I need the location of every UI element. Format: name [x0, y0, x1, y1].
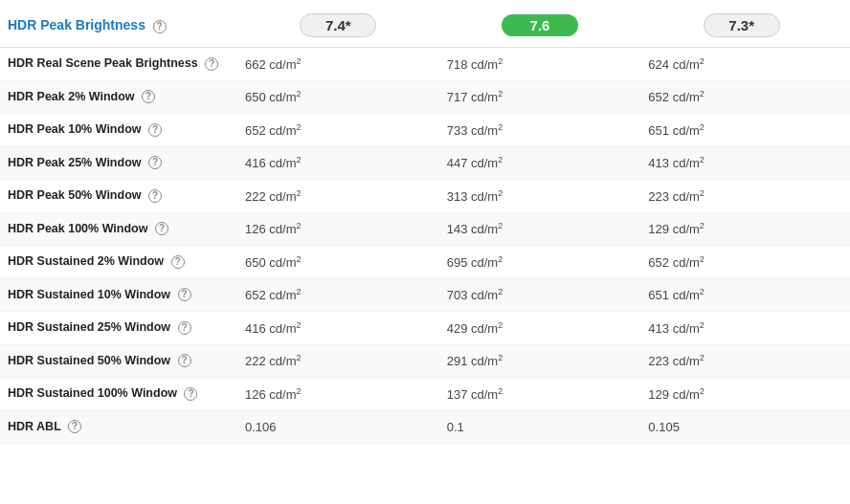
cell-8-0: 416 cd/m2 [237, 320, 439, 336]
data-row-4: HDR Peak 50% Window ?222 cd/m2313 cd/m22… [0, 180, 850, 213]
row-help-icon-4[interactable]: ? [148, 189, 162, 203]
row-label-0: HDR Real Scene Peak Brightness ? [8, 55, 237, 73]
row-help-icon-8[interactable]: ? [178, 321, 191, 335]
score-cells: 7.4*7.67.3* [237, 13, 842, 37]
row-help-icon-7[interactable]: ? [178, 288, 191, 301]
row-help-icon-6[interactable]: ? [171, 255, 185, 269]
cell-4-1: 313 cd/m2 [439, 188, 641, 204]
row-label-text-11: HDR ABL [8, 420, 61, 433]
data-row-5: HDR Peak 100% Window ?126 cd/m2143 cd/m2… [0, 213, 850, 247]
data-row-3: HDR Peak 25% Window ?416 cd/m2447 cd/m24… [0, 147, 850, 181]
row-help-icon-3[interactable]: ? [148, 156, 162, 169]
row-label-text-3: HDR Peak 25% Window [8, 156, 142, 169]
cell-8-2: 413 cd/m2 [640, 320, 842, 336]
row-label-9: HDR Sustained 50% Window ? [8, 353, 237, 370]
row-label-text-4: HDR Peak 50% Window [8, 188, 142, 202]
row-values-6: 650 cd/m2695 cd/m2652 cd/m2 [237, 254, 842, 270]
cell-11-0: 0.106 [237, 420, 439, 434]
cell-0-2: 624 cd/m2 [640, 56, 842, 72]
row-values-1: 650 cd/m2717 cd/m2652 cd/m2 [237, 89, 842, 104]
cell-6-0: 650 cd/m2 [237, 254, 439, 270]
row-label-text-2: HDR Peak 10% Window [8, 122, 142, 136]
row-label-text-1: HDR Peak 2% Window [8, 90, 135, 103]
data-row-6: HDR Sustained 2% Window ?650 cd/m2695 cd… [0, 246, 850, 279]
row-values-4: 222 cd/m2313 cd/m2223 cd/m2 [237, 188, 842, 204]
cell-3-2: 413 cd/m2 [640, 155, 842, 170]
data-row-11: HDR ABL ?0.1060.10.105 [0, 411, 850, 445]
data-row-8: HDR Sustained 25% Window ?416 cd/m2429 c… [0, 312, 850, 345]
cell-4-2: 223 cd/m2 [640, 188, 842, 204]
score-pill-1: 7.6 [502, 14, 578, 36]
cell-11-2: 0.105 [640, 420, 842, 434]
data-row-7: HDR Sustained 10% Window ?652 cd/m2703 c… [0, 279, 850, 313]
row-label-6: HDR Sustained 2% Window ? [8, 253, 237, 271]
row-label-11: HDR ABL ? [8, 419, 237, 436]
row-values-11: 0.1060.10.105 [237, 420, 842, 434]
row-values-7: 652 cd/m2703 cd/m2651 cd/m2 [237, 287, 842, 302]
header-row: HDR Peak Brightness ? 7.4*7.67.3* [0, 8, 850, 48]
cell-5-1: 143 cd/m2 [439, 221, 641, 236]
data-row-0: HDR Real Scene Peak Brightness ?662 cd/m… [0, 48, 850, 81]
cell-9-2: 223 cd/m2 [640, 353, 842, 368]
row-label-10: HDR Sustained 100% Window ? [8, 385, 237, 403]
data-row-2: HDR Peak 10% Window ?652 cd/m2733 cd/m26… [0, 114, 850, 147]
data-row-10: HDR Sustained 100% Window ?126 cd/m2137 … [0, 378, 850, 411]
cell-9-1: 291 cd/m2 [439, 353, 641, 368]
row-label-5: HDR Peak 100% Window ? [8, 221, 237, 238]
row-label-text-6: HDR Sustained 2% Window [8, 254, 164, 268]
cell-1-2: 652 cd/m2 [640, 89, 842, 104]
cell-11-1: 0.1 [439, 420, 641, 434]
score-cell-2: 7.3* [640, 13, 842, 37]
row-values-2: 652 cd/m2733 cd/m2651 cd/m2 [237, 122, 842, 138]
cell-4-0: 222 cd/m2 [237, 188, 439, 204]
row-label-2: HDR Peak 10% Window ? [8, 121, 237, 139]
row-help-icon-2[interactable]: ? [148, 123, 162, 137]
row-values-8: 416 cd/m2429 cd/m2413 cd/m2 [237, 320, 842, 336]
row-label-4: HDR Peak 50% Window ? [8, 187, 237, 205]
cell-10-1: 137 cd/m2 [439, 386, 641, 402]
cell-6-2: 652 cd/m2 [640, 254, 842, 270]
cell-5-2: 129 cd/m2 [640, 221, 842, 236]
score-pill-2: 7.3* [704, 13, 780, 37]
score-pill-0: 7.4* [300, 13, 376, 37]
cell-1-0: 650 cd/m2 [237, 89, 439, 104]
row-help-icon-5[interactable]: ? [155, 222, 168, 235]
cell-2-2: 651 cd/m2 [640, 122, 842, 138]
row-label-text-7: HDR Sustained 10% Window [8, 288, 170, 301]
title-help-icon[interactable]: ? [153, 20, 167, 33]
row-help-icon-0[interactable]: ? [205, 57, 218, 71]
table-title: HDR Peak Brightness [8, 17, 145, 33]
score-cell-0: 7.4* [237, 13, 439, 37]
row-help-icon-10[interactable]: ? [184, 387, 197, 401]
cell-10-0: 126 cd/m2 [237, 386, 439, 402]
data-row-9: HDR Sustained 50% Window ?222 cd/m2291 c… [0, 345, 850, 379]
cell-2-1: 733 cd/m2 [439, 122, 641, 138]
header-label: HDR Peak Brightness ? [8, 17, 237, 33]
cell-7-1: 703 cd/m2 [439, 287, 641, 302]
data-rows-container: HDR Real Scene Peak Brightness ?662 cd/m… [0, 48, 850, 444]
row-label-text-5: HDR Peak 100% Window [8, 222, 147, 235]
cell-1-1: 717 cd/m2 [439, 89, 641, 104]
row-values-10: 126 cd/m2137 cd/m2129 cd/m2 [237, 386, 842, 402]
row-values-3: 416 cd/m2447 cd/m2413 cd/m2 [237, 155, 842, 170]
cell-7-0: 652 cd/m2 [237, 287, 439, 302]
score-cell-1: 7.6 [439, 13, 641, 37]
row-label-text-0: HDR Real Scene Peak Brightness [8, 56, 198, 70]
row-help-icon-1[interactable]: ? [142, 90, 155, 103]
row-label-text-10: HDR Sustained 100% Window [8, 386, 177, 400]
row-label-1: HDR Peak 2% Window ? [8, 89, 237, 106]
row-values-9: 222 cd/m2291 cd/m2223 cd/m2 [237, 353, 842, 368]
hdr-brightness-table: HDR Peak Brightness ? 7.4*7.67.3* HDR Re… [0, 0, 850, 451]
cell-0-0: 662 cd/m2 [237, 56, 439, 72]
row-help-icon-9[interactable]: ? [178, 354, 191, 367]
cell-7-2: 651 cd/m2 [640, 287, 842, 302]
data-row-1: HDR Peak 2% Window ?650 cd/m2717 cd/m265… [0, 81, 850, 115]
cell-3-1: 447 cd/m2 [439, 155, 641, 170]
row-label-7: HDR Sustained 10% Window ? [8, 287, 237, 304]
cell-8-1: 429 cd/m2 [439, 320, 641, 336]
row-values-0: 662 cd/m2718 cd/m2624 cd/m2 [237, 56, 842, 72]
row-help-icon-11[interactable]: ? [68, 420, 81, 433]
cell-5-0: 126 cd/m2 [237, 221, 439, 236]
cell-2-0: 652 cd/m2 [237, 122, 439, 138]
row-label-text-8: HDR Sustained 25% Window [8, 320, 170, 334]
